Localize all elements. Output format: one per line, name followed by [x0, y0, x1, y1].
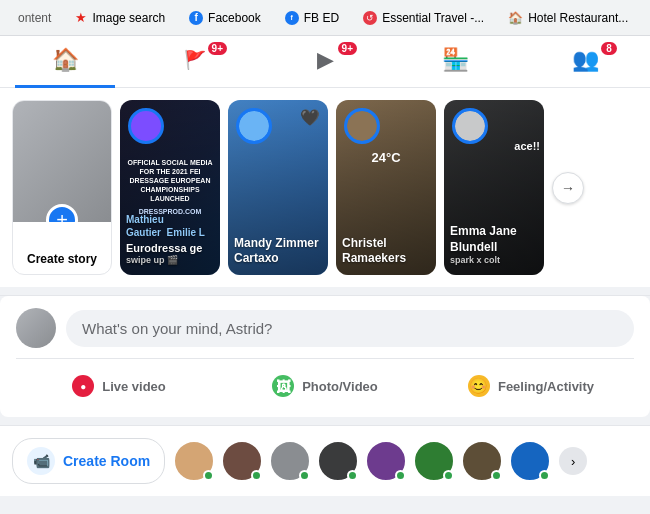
story-avatar-christel	[344, 108, 380, 144]
fb-ed-icon: f	[285, 11, 299, 25]
story-avatar-emma	[452, 108, 488, 144]
tab-essential-travel-label: Essential Travel -...	[382, 11, 484, 25]
stories-section: + Create story OFFICIAL SOCIAL MEDIA FOR…	[0, 88, 650, 287]
online-indicator-4	[347, 470, 358, 481]
store-icon: 🏪	[442, 47, 469, 73]
create-story-label: Create story	[13, 222, 111, 274]
navigation-bar: 🏠 🚩 9+ ▶ 9+ 🏪 👥 8	[0, 36, 650, 88]
story-eurodressage-text: OFFICIAL SOCIAL MEDIA FOR THE 2021 FEI D…	[125, 158, 215, 217]
nav-store[interactable]: 🏪	[405, 36, 505, 88]
stories-next-arrow[interactable]: →	[552, 172, 584, 204]
tab-facebook-label: Facebook	[208, 11, 261, 25]
facebook-icon: f	[189, 11, 203, 25]
rooms-section: 📹 Create Room	[0, 426, 650, 496]
online-indicator-2	[251, 470, 262, 481]
rooms-next-arrow[interactable]: ›	[559, 447, 587, 475]
story-mandy-name: Mandy Zimmer Cartaxo	[234, 236, 322, 267]
create-story-image: +	[13, 101, 111, 222]
story-avatar-eurodressage	[128, 108, 164, 144]
post-box: What's on your mind, Astrid? ● Live vide…	[0, 296, 650, 417]
travel-icon: ↺	[363, 11, 377, 25]
video-badge: 9+	[338, 42, 357, 55]
browser-tab-bar: ontent ★ Image search f Facebook f FB ED…	[0, 0, 650, 36]
friend-avatar-1[interactable]	[173, 440, 215, 482]
story-emma-name: Emma Jane Blundell spark x colt	[450, 224, 538, 267]
feeling-icon: 😊	[468, 375, 490, 397]
story-emma-extra: ace!!	[514, 140, 540, 152]
online-indicator-3	[299, 470, 310, 481]
star-icon: ★	[75, 10, 87, 25]
friend-avatar-6[interactable]	[413, 440, 455, 482]
online-indicator-1	[203, 470, 214, 481]
story-christel[interactable]: 24°C Christel Ramaekers	[336, 100, 436, 275]
friend-avatar-5[interactable]	[365, 440, 407, 482]
tab-image-search-label: Image search	[92, 11, 165, 25]
create-room-label: Create Room	[63, 453, 150, 469]
tab-hotel-restaurant[interactable]: 🏠 Hotel Restaurant...	[498, 4, 638, 32]
home-icon: 🏠	[52, 47, 79, 73]
online-indicator-5	[395, 470, 406, 481]
friends-badge: 8	[601, 42, 617, 55]
nav-video[interactable]: ▶ 9+	[275, 36, 375, 88]
tab-content[interactable]: ontent	[8, 4, 61, 32]
friend-avatar-2[interactable]	[221, 440, 263, 482]
post-input-row: What's on your mind, Astrid?	[16, 308, 634, 348]
feeling-action[interactable]: 😊 Feeling/Activity	[428, 367, 634, 405]
tab-image-search[interactable]: ★ Image search	[65, 4, 175, 32]
room-icon: 📹	[27, 447, 55, 475]
online-indicator-8	[539, 470, 550, 481]
tab-fb-ed-label: FB ED	[304, 11, 339, 25]
tab-hotel-label: Hotel Restaurant...	[528, 11, 628, 25]
story-eurodressage[interactable]: OFFICIAL SOCIAL MEDIA FOR THE 2021 FEI D…	[120, 100, 220, 275]
video-play-icon: ▶	[317, 47, 334, 73]
story-avatar-mandy	[236, 108, 272, 144]
tab-facebook[interactable]: f Facebook	[179, 4, 271, 32]
create-story-card[interactable]: + Create story	[12, 100, 112, 275]
live-video-icon: ●	[72, 375, 94, 397]
story-christel-name: Christel Ramaekers	[342, 236, 430, 267]
story-emma[interactable]: ace!! Emma Jane Blundell spark x colt	[444, 100, 544, 275]
friend-avatar-7[interactable]	[461, 440, 503, 482]
tab-fb-ed[interactable]: f FB ED	[275, 4, 349, 32]
post-input[interactable]: What's on your mind, Astrid?	[66, 310, 634, 347]
temperature-label: 24°C	[371, 150, 400, 165]
stories-row: + Create story OFFICIAL SOCIAL MEDIA FOR…	[12, 100, 638, 287]
post-actions-row: ● Live video 🖼 Photo/Video 😊 Feeling/Act…	[16, 358, 634, 405]
friends-icon: 👥	[572, 47, 599, 73]
story-eurodressage-name: MathieuGautier Emilie L Eurodressa ge sw…	[126, 213, 214, 267]
online-indicator-6	[443, 470, 454, 481]
friend-avatar-3[interactable]	[269, 440, 311, 482]
nav-flag[interactable]: 🚩 9+	[145, 36, 245, 88]
nav-home[interactable]: 🏠	[15, 36, 115, 88]
feeling-label: Feeling/Activity	[498, 379, 594, 394]
heart-emoji: 🖤	[300, 108, 320, 127]
hotel-icon: 🏠	[508, 11, 523, 25]
online-indicator-7	[491, 470, 502, 481]
nav-friends[interactable]: 👥 8	[535, 36, 635, 88]
create-room-button[interactable]: 📹 Create Room	[12, 438, 165, 484]
tab-content-label: ontent	[18, 11, 51, 25]
flag-badge: 9+	[208, 42, 227, 55]
friends-avatars-row	[173, 440, 551, 482]
current-user-avatar	[16, 308, 56, 348]
live-video-action[interactable]: ● Live video	[16, 367, 222, 405]
story-mandy[interactable]: 🖤 Mandy Zimmer Cartaxo	[228, 100, 328, 275]
photo-video-action[interactable]: 🖼 Photo/Video	[222, 367, 428, 405]
live-video-label: Live video	[102, 379, 166, 394]
flag-icon: 🚩	[184, 49, 206, 71]
friend-avatar-4[interactable]	[317, 440, 359, 482]
tab-essential-travel[interactable]: ↺ Essential Travel -...	[353, 4, 494, 32]
photo-video-icon: 🖼	[272, 375, 294, 397]
friend-avatar-8[interactable]	[509, 440, 551, 482]
photo-video-label: Photo/Video	[302, 379, 378, 394]
